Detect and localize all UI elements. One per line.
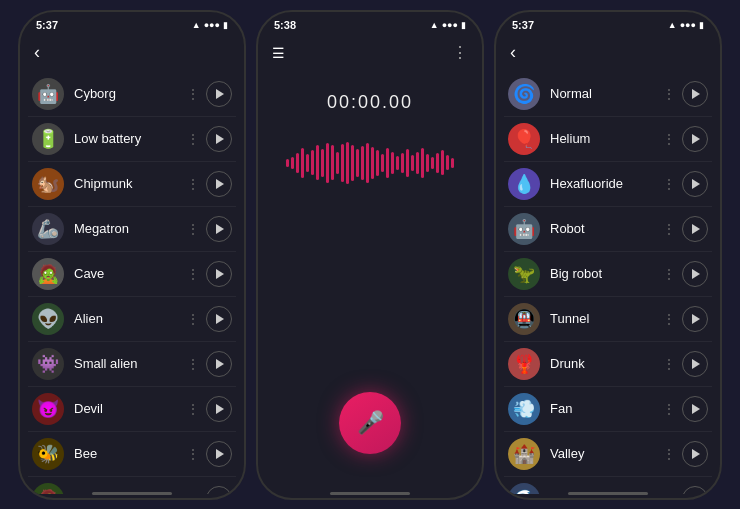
play-button[interactable] xyxy=(206,351,232,377)
status-icons-right: ▲ ●●● ▮ xyxy=(668,20,704,30)
play-button[interactable] xyxy=(682,306,708,332)
item-more-button[interactable]: ⋮ xyxy=(662,221,676,237)
wifi-icon: ▲ xyxy=(192,20,201,30)
play-triangle-icon xyxy=(216,269,224,279)
voice-item: 🧟 Cave ⋮ xyxy=(28,252,236,297)
voice-item: 🤖 Robot ⋮ xyxy=(504,207,712,252)
voice-item: 🎈 Helium ⋮ xyxy=(504,117,712,162)
play-button[interactable] xyxy=(682,396,708,422)
voice-emoji: 🦞 xyxy=(508,348,540,380)
voice-name: Small alien xyxy=(74,356,186,371)
phone-left: 5:37 ▲ ●●● ▮ ‹ 🤖 Cyborg ⋮ 🔋 Low battery … xyxy=(18,10,246,500)
voice-emoji: 💨 xyxy=(508,393,540,425)
voice-name: Fan xyxy=(550,401,662,416)
voice-name: Devil xyxy=(74,401,186,416)
play-button[interactable] xyxy=(206,81,232,107)
voice-name: Cave xyxy=(74,266,186,281)
voice-item: 🧟 Zombie ⋮ xyxy=(28,477,236,494)
wave-bar xyxy=(441,150,444,175)
play-button[interactable] xyxy=(682,126,708,152)
play-button[interactable] xyxy=(682,81,708,107)
voice-emoji: 🐿️ xyxy=(32,168,64,200)
play-button[interactable] xyxy=(682,351,708,377)
wave-bar xyxy=(336,152,339,174)
voice-name: Hexafluoride xyxy=(550,176,662,191)
play-button[interactable] xyxy=(682,216,708,242)
item-more-button[interactable]: ⋮ xyxy=(662,311,676,327)
wave-bar xyxy=(351,145,354,181)
item-more-button[interactable]: ⋮ xyxy=(186,311,200,327)
voice-emoji: 🌊 xyxy=(508,483,540,494)
play-button[interactable] xyxy=(206,396,232,422)
back-button-right[interactable]: ‹ xyxy=(510,42,516,63)
play-button[interactable] xyxy=(206,486,232,494)
voice-item: 🌀 Normal ⋮ xyxy=(504,72,712,117)
item-more-button[interactable]: ⋮ xyxy=(662,131,676,147)
voice-name: Valley xyxy=(550,446,662,461)
voice-emoji: 🧟 xyxy=(32,258,64,290)
item-more-button[interactable]: ⋮ xyxy=(186,176,200,192)
play-button[interactable] xyxy=(682,261,708,287)
home-indicator-middle xyxy=(330,492,410,495)
wifi-icon-m: ▲ xyxy=(430,20,439,30)
voice-list-right: 🌀 Normal ⋮ 🎈 Helium ⋮ 💧 Hexafluoride ⋮ 🤖… xyxy=(496,72,720,494)
item-more-button[interactable]: ⋮ xyxy=(186,356,200,372)
wave-bar xyxy=(341,144,344,182)
home-indicator-right xyxy=(568,492,648,495)
play-triangle-icon xyxy=(216,89,224,99)
item-more-button[interactable]: ⋮ xyxy=(186,131,200,147)
signal-icon: ●●● xyxy=(204,20,220,30)
voice-name: Bee xyxy=(74,446,186,461)
status-time-right: 5:37 xyxy=(512,19,534,31)
waveform xyxy=(286,138,454,188)
play-button[interactable] xyxy=(206,441,232,467)
wave-bar xyxy=(411,155,414,171)
wave-bar xyxy=(416,152,419,174)
play-button[interactable] xyxy=(682,441,708,467)
play-button[interactable] xyxy=(682,171,708,197)
wave-bar xyxy=(401,153,404,173)
item-more-button[interactable]: ⋮ xyxy=(662,446,676,462)
item-more-button[interactable]: ⋮ xyxy=(186,266,200,282)
voice-item: 🔋 Low battery ⋮ xyxy=(28,117,236,162)
hamburger-button[interactable]: ☰ xyxy=(272,45,285,61)
play-button[interactable] xyxy=(206,126,232,152)
wave-bar xyxy=(426,154,429,172)
item-more-button[interactable]: ⋮ xyxy=(186,446,200,462)
item-more-button[interactable]: ⋮ xyxy=(186,86,200,102)
voice-name: Alien xyxy=(74,311,186,326)
play-button[interactable] xyxy=(206,216,232,242)
wave-bar xyxy=(396,156,399,170)
status-time-left: 5:37 xyxy=(36,19,58,31)
more-button-middle[interactable]: ⋮ xyxy=(452,43,468,62)
play-triangle-icon xyxy=(692,449,700,459)
bottom-bar-right xyxy=(496,494,720,498)
item-more-button[interactable]: ⋮ xyxy=(662,176,676,192)
item-more-button[interactable]: ⋮ xyxy=(186,401,200,417)
item-more-button[interactable]: ⋮ xyxy=(662,356,676,372)
play-triangle-icon xyxy=(692,224,700,234)
voice-item: 👾 Small alien ⋮ xyxy=(28,342,236,387)
voice-name: Big robot xyxy=(550,266,662,281)
wave-bar xyxy=(421,148,424,178)
voice-emoji: 🐝 xyxy=(32,438,64,470)
wave-bar xyxy=(406,149,409,177)
wave-bar xyxy=(306,154,309,172)
record-button[interactable]: 🎤 xyxy=(339,392,401,454)
back-button-left[interactable]: ‹ xyxy=(34,42,40,63)
signal-icon-r: ●●● xyxy=(680,20,696,30)
item-more-button[interactable]: ⋮ xyxy=(662,86,676,102)
play-button[interactable] xyxy=(206,171,232,197)
item-more-button[interactable]: ⋮ xyxy=(662,401,676,417)
item-more-button[interactable]: ⋮ xyxy=(186,221,200,237)
play-triangle-icon xyxy=(692,314,700,324)
battery-icon: ▮ xyxy=(223,20,228,30)
play-button[interactable] xyxy=(682,486,708,494)
voice-emoji: 👾 xyxy=(32,348,64,380)
wave-bar xyxy=(326,143,329,183)
play-button[interactable] xyxy=(206,306,232,332)
play-triangle-icon xyxy=(692,269,700,279)
voice-item: 👽 Alien ⋮ xyxy=(28,297,236,342)
play-button[interactable] xyxy=(206,261,232,287)
item-more-button[interactable]: ⋮ xyxy=(662,266,676,282)
